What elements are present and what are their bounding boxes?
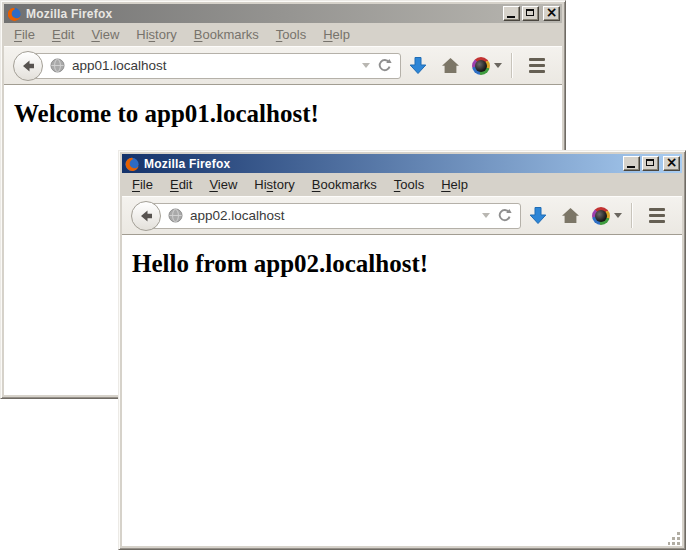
reload-button[interactable] [497, 208, 512, 223]
window-title: Mozilla Firefox [26, 7, 503, 21]
navigation-toolbar: app01.localhost [4, 46, 562, 85]
toolbar-separator [631, 203, 632, 228]
back-arrow-icon [19, 57, 37, 75]
menu-item-history[interactable]: History [247, 176, 301, 193]
color-lens-icon [592, 207, 610, 225]
menu-item-file[interactable]: File [7, 26, 42, 43]
menu-item-help[interactable]: Help [316, 26, 357, 43]
maximize-button[interactable] [522, 6, 539, 21]
menu-button[interactable] [520, 51, 553, 81]
window-title: Mozilla Firefox [144, 157, 623, 171]
download-arrow-icon [409, 56, 427, 75]
maximize-icon [646, 159, 654, 166]
minimize-icon [627, 166, 635, 168]
maximize-button[interactable] [642, 156, 659, 171]
minimize-button[interactable] [503, 6, 520, 21]
menu-item-tools[interactable]: Tools [387, 176, 431, 193]
menu-item-edit[interactable]: Edit [45, 26, 81, 43]
globe-icon[interactable] [168, 208, 183, 223]
extension-button[interactable] [467, 51, 507, 81]
menu-item-bookmarks[interactable]: Bookmarks [187, 26, 266, 43]
toolbar-separator [511, 53, 512, 78]
back-button[interactable] [131, 201, 161, 231]
extension-button[interactable] [587, 201, 627, 231]
close-button[interactable]: × [663, 156, 680, 171]
chevron-down-icon [614, 213, 622, 218]
reload-button[interactable] [377, 58, 392, 73]
menu-item-help[interactable]: Help [434, 176, 475, 193]
menu-item-bookmarks[interactable]: Bookmarks [305, 176, 384, 193]
menubar: FileEditViewHistoryBookmarksToolsHelp [122, 173, 682, 196]
home-icon [441, 57, 460, 74]
firefox-icon[interactable] [6, 6, 22, 22]
hamburger-icon [529, 58, 545, 73]
home-button[interactable] [554, 201, 587, 231]
url-dropdown-icon[interactable] [362, 63, 370, 68]
url-bar[interactable]: app02.localhost [145, 203, 521, 229]
menu-item-file[interactable]: File [125, 176, 160, 193]
minimize-button[interactable] [623, 156, 640, 171]
close-button[interactable]: × [543, 6, 560, 21]
url-bar[interactable]: app01.localhost [27, 53, 401, 79]
menu-item-edit[interactable]: Edit [163, 176, 199, 193]
resize-grip[interactable] [668, 532, 681, 545]
page-heading: Hello from app02.localhost! [132, 250, 682, 278]
color-lens-icon [472, 57, 490, 75]
window-controls: × [503, 6, 560, 21]
titlebar[interactable]: Mozilla Firefox × [4, 4, 562, 23]
download-button[interactable] [401, 51, 434, 81]
menu-item-history[interactable]: History [129, 26, 183, 43]
back-button[interactable] [13, 51, 43, 81]
minimize-icon [507, 16, 515, 18]
page-heading: Welcome to app01.localhost! [14, 100, 562, 128]
titlebar[interactable]: Mozilla Firefox × [122, 154, 682, 173]
window-controls: × [623, 156, 680, 171]
menu-item-tools[interactable]: Tools [269, 26, 313, 43]
close-icon: × [664, 154, 679, 171]
url-dropdown-icon[interactable] [482, 213, 490, 218]
close-icon: × [544, 4, 559, 21]
globe-icon[interactable] [50, 58, 65, 73]
url-text[interactable]: app02.localhost [190, 208, 478, 223]
menubar: FileEditViewHistoryBookmarksToolsHelp [4, 23, 562, 46]
back-arrow-icon [137, 207, 155, 225]
menu-item-view[interactable]: View [84, 26, 126, 43]
menu-button[interactable] [640, 201, 673, 231]
download-button[interactable] [521, 201, 554, 231]
home-button[interactable] [434, 51, 467, 81]
desktop: Mozilla Firefox × FileEditViewHistoryBoo… [0, 0, 688, 551]
browser-window-app02[interactable]: Mozilla Firefox × FileEditViewHistoryBoo… [118, 150, 686, 550]
chevron-down-icon [494, 63, 502, 68]
firefox-icon[interactable] [124, 156, 140, 172]
url-text[interactable]: app01.localhost [72, 58, 358, 73]
navigation-toolbar: app02.localhost [122, 196, 682, 235]
menu-item-view[interactable]: View [202, 176, 244, 193]
maximize-icon [526, 9, 534, 16]
hamburger-icon [649, 208, 665, 223]
download-arrow-icon [529, 206, 547, 225]
home-icon [561, 207, 580, 224]
page-content: Hello from app02.localhost! [122, 235, 682, 546]
